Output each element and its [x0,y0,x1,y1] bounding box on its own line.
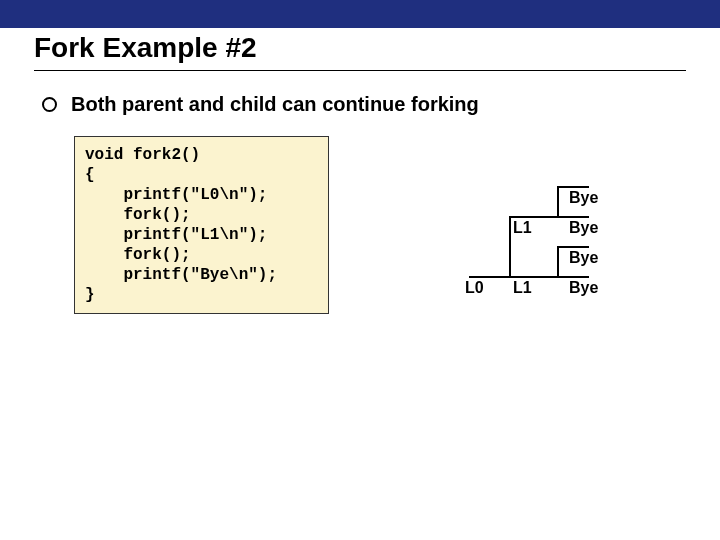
seg [557,246,559,276]
top-color-bar [0,0,720,28]
seg [557,246,589,248]
slide-title: Fork Example #2 [34,32,720,64]
label-Bye4: Bye [569,279,598,297]
seg [469,276,589,278]
seg [509,216,589,218]
label-L1a: L1 [513,219,532,237]
label-L1b: L1 [513,279,532,297]
seg [509,216,511,276]
title-rule [34,70,686,71]
bullet-text: Both parent and child can continue forki… [71,93,479,116]
code-box: void fork2() { printf("L0\n"); fork(); p… [74,136,329,314]
seg [557,186,589,188]
label-Bye2: Bye [569,219,598,237]
seg [557,186,559,216]
bullet-icon [42,97,57,112]
content-row: void fork2() { printf("L0\n"); fork(); p… [0,136,720,314]
label-L0: L0 [465,279,484,297]
label-Bye1: Bye [569,189,598,207]
fork-diagram: L0 L1 L1 Bye Bye Bye Bye [429,166,629,296]
label-Bye3: Bye [569,249,598,267]
bullet-row: Both parent and child can continue forki… [42,93,720,116]
